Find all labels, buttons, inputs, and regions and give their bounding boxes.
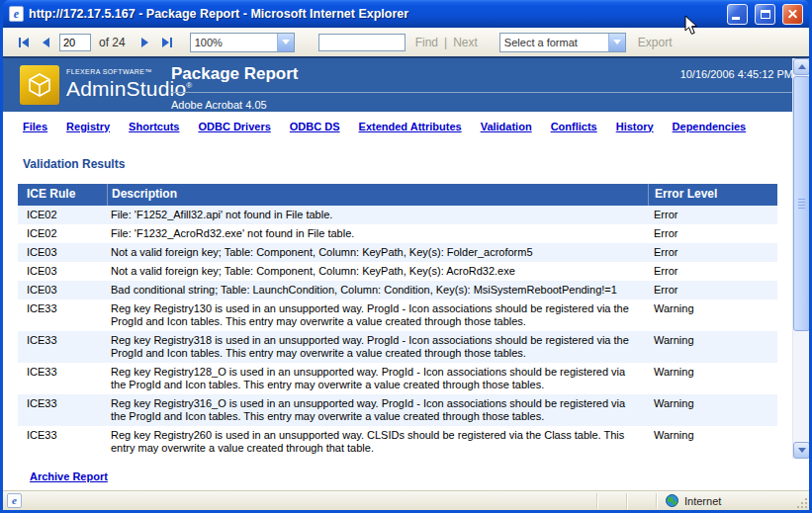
next-page-button[interactable] — [137, 36, 152, 49]
cell-ice-rule: ICE33 — [18, 299, 107, 331]
export-format-select[interactable]: Select a format — [499, 33, 626, 52]
next-result-button[interactable]: Next — [453, 36, 478, 49]
zoom-value: 100% — [191, 37, 277, 48]
table-row: ICE33 Reg key Registry130 is used in an … — [18, 299, 777, 331]
find-button[interactable]: Find — [415, 36, 438, 49]
table-header-row: ICE Rule Description Error Level — [18, 184, 777, 206]
last-page-button[interactable] — [158, 36, 176, 49]
cell-error-level: Error — [648, 224, 777, 243]
zoom-select[interactable]: 100% — [190, 33, 295, 52]
report-header-band: FLEXERA SOFTWARE™ AdminStudio® Package R… — [3, 58, 809, 112]
internet-globe-icon — [666, 494, 678, 507]
chevron-down-icon — [282, 40, 290, 44]
table-row: ICE03 Not a valid foreign key; Table: Co… — [18, 243, 777, 262]
security-zone-label: Internet — [684, 495, 721, 507]
nav-link[interactable]: Extended Attributes — [359, 121, 462, 132]
table-row: ICE33 Reg key Registry260 is used in an … — [18, 426, 777, 458]
find-text-input[interactable] — [318, 34, 406, 51]
maximize-icon — [761, 10, 770, 19]
status-bar: e Internet — [3, 490, 809, 510]
scroll-up-button[interactable] — [793, 58, 809, 75]
archive-report-link[interactable]: Archive Report — [30, 470, 108, 482]
next-page-icon — [141, 38, 148, 47]
window-title: http://172.17.5.167 - Package Report - M… — [29, 7, 720, 21]
resize-grip[interactable] — [796, 497, 809, 510]
arrow-down-icon — [798, 448, 806, 453]
column-header-ice-rule: ICE Rule — [18, 184, 107, 206]
minimize-icon — [732, 17, 740, 20]
first-page-button[interactable] — [15, 36, 33, 49]
browser-window: e http://172.17.5.167 - Package Report -… — [0, 0, 812, 513]
table-row: ICE33 Reg key Registry316_O is used in a… — [18, 394, 777, 426]
export-button[interactable]: Export — [638, 36, 673, 49]
nav-link[interactable]: Registry — [66, 121, 110, 132]
export-format-value: Select a format — [500, 37, 608, 48]
maximize-button[interactable] — [755, 4, 775, 25]
minimize-button[interactable] — [727, 4, 748, 25]
scroll-down-button[interactable] — [793, 442, 809, 459]
table-row: ICE02 File: 'F1232_AcroRd32.exe' not fou… — [18, 224, 777, 243]
nav-link[interactable]: History — [616, 121, 654, 132]
column-header-error-level: Error Level — [648, 184, 777, 206]
scrollbar-thumb[interactable] — [793, 76, 809, 331]
title-bar: e http://172.17.5.167 - Package Report -… — [3, 0, 809, 28]
table-row: ICE03 Bad conditional string; Table: Lau… — [18, 281, 777, 299]
first-page-icon — [22, 38, 29, 47]
adminstudio-logo-icon — [20, 65, 59, 105]
close-button[interactable] — [782, 4, 803, 25]
cell-ice-rule: ICE33 — [18, 363, 107, 394]
page-content: FLEXERA SOFTWARE™ AdminStudio® Package R… — [3, 56, 809, 490]
previous-page-icon — [43, 38, 49, 47]
cell-description: File: 'F1232_AcroRd32.exe' not found in … — [107, 224, 648, 243]
table-row: ICE02 File: 'F1252_Afill32.api' not foun… — [18, 206, 777, 224]
page-count-label: of 24 — [99, 36, 126, 49]
nav-link[interactable]: ODBC Drivers — [198, 121, 270, 132]
cell-ice-rule: ICE33 — [18, 331, 107, 363]
last-page-icon — [162, 38, 169, 47]
table-row: ICE33 Reg key Registry128_O is used in a… — [18, 363, 777, 394]
internet-explorer-icon: e — [9, 6, 24, 22]
nav-link[interactable]: Validation — [481, 121, 532, 132]
page-number-input[interactable] — [59, 34, 91, 51]
cell-ice-rule: ICE33 — [18, 394, 107, 426]
section-title: Validation Results — [23, 157, 809, 171]
cell-ice-rule: ICE33 — [18, 426, 107, 458]
cell-error-level: Warning — [648, 426, 777, 458]
previous-page-button[interactable] — [39, 36, 53, 49]
table-body: ICE02 File: 'F1252_Afill32.api' not foun… — [18, 206, 777, 458]
zoom-dropdown-button[interactable] — [277, 34, 294, 51]
cell-ice-rule: ICE02 — [18, 206, 107, 224]
cell-description: Reg key Registry316_O is used in an unsu… — [107, 394, 648, 426]
nav-link[interactable]: ODBC DS — [290, 121, 340, 132]
section-nav: FilesRegistryShortcutsODBC DriversODBC D… — [3, 112, 809, 140]
format-dropdown-button[interactable] — [608, 34, 625, 51]
vertical-scrollbar[interactable] — [792, 58, 809, 459]
column-header-description: Description — [107, 184, 648, 206]
package-name: Adobe Acrobat 4.05 — [171, 93, 793, 111]
cell-error-level: Error — [648, 206, 777, 224]
cell-error-level: Warning — [648, 331, 777, 363]
cell-error-level: Error — [648, 281, 777, 299]
cell-error-level: Warning — [648, 394, 777, 426]
cell-error-level: Warning — [648, 299, 777, 331]
chevron-down-icon — [613, 40, 621, 44]
cell-ice-rule: ICE03 — [18, 262, 107, 281]
cell-error-level: Error — [648, 243, 777, 262]
cell-ice-rule: ICE03 — [18, 281, 107, 299]
find-next-separator: | — [444, 36, 447, 49]
brand-name: AdminStudio — [66, 77, 186, 100]
nav-link[interactable]: Files — [23, 121, 47, 132]
table-row: ICE03 Not a valid foreign key; Table: Co… — [18, 262, 777, 281]
cell-description: File: 'F1252_Afill32.api' not found in F… — [107, 206, 648, 224]
table-row: ICE33 Reg key Registry318 is used in an … — [18, 331, 777, 363]
report-timestamp: 10/16/2006 4:45:12 PM — [680, 68, 793, 80]
security-zone-panel: Internet — [658, 491, 796, 510]
nav-link[interactable]: Dependencies — [673, 121, 747, 132]
cell-description: Reg key Registry260 is used in an unsupp… — [107, 426, 648, 458]
cell-description: Not a valid foreign key; Table: Componen… — [107, 262, 648, 281]
cell-error-level: Warning — [648, 363, 777, 394]
document-icon: e — [7, 493, 22, 508]
arrow-up-icon — [798, 64, 806, 69]
nav-link[interactable]: Shortcuts — [129, 121, 179, 132]
nav-link[interactable]: Conflicts — [551, 121, 597, 132]
